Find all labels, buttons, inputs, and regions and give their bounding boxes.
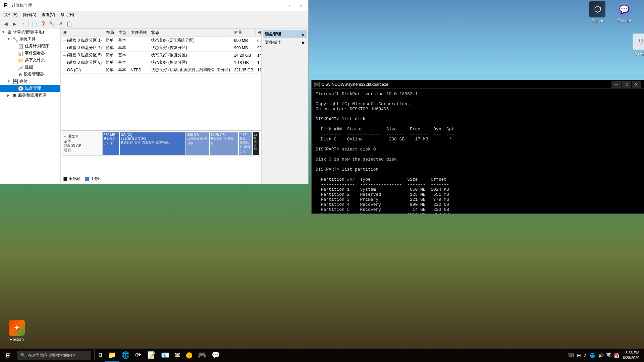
partition-os[interactable]: OS (C:) 221.35 GB NTFS 状态良好 (启动, 页面文件, 故…	[120, 132, 186, 155]
table-cell: ─(磁盘 0 磁盘分区 6)	[61, 59, 104, 66]
legend-primary: 主分区	[85, 176, 102, 181]
table-row[interactable]: ─(磁盘 0 磁盘分区 1)简单基本状态良好 (EFI 系统分区)650 MB6…	[61, 37, 262, 44]
taskbar-app-extra1[interactable]: 🎮	[195, 349, 209, 362]
diskpart-icon: ⬛	[314, 82, 320, 87]
tree-item-task-scheduler[interactable]: 📋 任务计划程序	[0, 43, 60, 50]
menu-view[interactable]: 查看(V)	[39, 11, 58, 19]
diskpart-maximize[interactable]: □	[622, 81, 631, 88]
tray-calendar[interactable]: 📅	[613, 352, 620, 359]
tree-item-shared-folders[interactable]: 📁 共享文件夹	[0, 57, 60, 64]
disk-size: 238.35 GB	[64, 144, 101, 148]
taskbar-app-extra2[interactable]: 💬	[209, 349, 223, 362]
tray-keyboard[interactable]: ⌨	[567, 352, 575, 359]
tray-volume[interactable]: 🔊	[597, 352, 604, 359]
partition-unallocated[interactable]: 16 M 未分配	[253, 132, 260, 155]
minimize-button[interactable]: ─	[276, 2, 285, 9]
tree-item-event-viewer[interactable]: 📊 事件查看器	[0, 50, 60, 57]
comp-mgmt-controls: ─ □ ✕	[276, 2, 306, 9]
actions-collapse-icon: ▲	[301, 32, 305, 37]
table-cell: 简单	[104, 66, 116, 74]
start-button[interactable]: ⊞	[0, 349, 16, 362]
tree-item-storage[interactable]: ▼ 💾 存储	[0, 78, 60, 85]
table-cell: 14.20 GB	[232, 52, 255, 59]
col-capacity[interactable]: 容量	[232, 29, 255, 37]
toolbar-refresh[interactable]: ↺	[56, 20, 64, 28]
tray-chevron[interactable]: ∧	[583, 352, 588, 359]
menu-file[interactable]: 文件(F)	[2, 11, 20, 19]
actions-header-text: 磁盘管理	[265, 31, 281, 37]
discord-icon: 💬	[616, 1, 632, 17]
taskbar-search[interactable]: 🔍 在这里输入你要搜索的内容	[17, 351, 91, 360]
taskbar-app-edge[interactable]: 🌐	[119, 349, 132, 362]
actions-header[interactable]: 磁盘管理 ▲	[263, 30, 307, 38]
tree-item-root[interactable]: ▼ 🖥 计算机管理(本地)	[0, 28, 60, 36]
table-row[interactable]: ─(磁盘 0 磁盘分区 6)简单基本状态良好 (恢复分区)1.18 GB1.18…	[61, 59, 262, 66]
taskbar-app-office[interactable]: 📝	[145, 349, 158, 362]
disk-label-text: 磁盘 0	[68, 134, 78, 139]
tray-time[interactable]: 5:33 PM 6/28/2020	[623, 350, 639, 361]
partition-recovery-3[interactable]: 1.18 GB 状态良好 (恢复分区...	[239, 132, 253, 155]
toolbar-back[interactable]: ◀	[2, 20, 10, 28]
table-row[interactable]: ─OS (C:)简单基本NTFS状态良好 (启动, 页面文件, 故障转储, 主分…	[61, 66, 262, 74]
table-cell: 简单	[104, 37, 116, 44]
wy-desktop-icon[interactable]: 🎙 WY语音	[627, 34, 644, 57]
table-row[interactable]: ─(磁盘 0 磁盘分区 4)简单基本状态良好 (恢复分区)990 MB990 M…	[61, 44, 262, 52]
toolbar-show-hide[interactable]: 📄	[30, 20, 38, 28]
restoro-desktop-icon[interactable]: ✦ Restoro	[3, 320, 30, 342]
disk-label: ─ 磁盘 0 基本 238.35 GB 联机	[62, 132, 102, 156]
toolbar-forward[interactable]: ▶	[10, 20, 18, 28]
tray-grid[interactable]: ⊞	[576, 352, 582, 359]
discord-desktop-icon[interactable]: 💬 Discord	[611, 1, 638, 23]
tree-item-system-tools[interactable]: ▼ 🔧 系统工具	[0, 36, 60, 43]
taskbar-taskview[interactable]: ⧉	[96, 349, 105, 362]
col-fs[interactable]: 文件系统	[128, 29, 149, 37]
taskbar-app-explorer[interactable]: 📁	[105, 349, 119, 362]
diskpart-body[interactable]: Microsoft DiskPart version 10.0.18362.1 …	[312, 89, 644, 214]
col-status[interactable]: 状态	[149, 29, 232, 37]
table-cell: ─(磁盘 0 磁盘分区 5)	[61, 52, 104, 59]
col-type[interactable]: 类型	[116, 29, 128, 37]
diskpart-minimize[interactable]: ─	[611, 81, 621, 88]
actions-more[interactable]: 更多操作 ▶	[263, 38, 307, 47]
menu-help[interactable]: 帮助(H)	[58, 11, 77, 19]
table-cell: 状态良好 (恢复分区)	[149, 59, 232, 66]
table-cell: 650 MB	[232, 37, 255, 44]
close-button[interactable]: ✕	[296, 2, 306, 9]
diskpart-title: C:\WINDOWS\system32\diskpart.exe	[322, 82, 611, 87]
taskbar-app-chrome[interactable]: ⬤	[183, 349, 195, 362]
maximize-button[interactable]: □	[286, 2, 296, 9]
taskbar-app-mail[interactable]: ✉	[172, 349, 183, 362]
clock-date: 6/28/2020	[623, 355, 639, 360]
table-cell: 221.35 GB	[232, 66, 255, 74]
table-cell: 650 MB	[255, 37, 261, 44]
comp-mgmt-titlebar: 🖥 计算机管理 ─ □ ✕	[0, 0, 308, 11]
toolbar-export[interactable]: 📋	[65, 20, 73, 28]
table-cell: 基本	[116, 44, 128, 52]
partition-efi[interactable]: 650 MB 状态良好 (EFI 系...	[103, 132, 120, 155]
tree-item-disk-mgmt[interactable]: 💽 磁盘管理	[0, 85, 60, 92]
toolbar-properties[interactable]: 🔧	[48, 20, 56, 28]
table-cell: 状态良好 (EFI 系统分区)	[149, 37, 232, 44]
col-layout[interactable]: 布局	[104, 29, 116, 37]
tree-item-device-mgr[interactable]: 🖱 设备管理器	[0, 71, 60, 78]
toolbar-up[interactable]: ↑	[19, 20, 27, 28]
col-vol[interactable]: 卷	[61, 29, 104, 37]
partition-recovery-1[interactable]: 990 MB 状态良好 (恢复分区...	[186, 132, 209, 155]
table-row[interactable]: ─(磁盘 0 磁盘分区 5)简单基本状态良好 (恢复分区)14.20 GB14.…	[61, 52, 262, 59]
tray-network[interactable]: 🌐	[589, 352, 596, 359]
table-cell: 基本	[116, 59, 128, 66]
table-cell: 990 MB	[232, 44, 255, 52]
diskpart-close[interactable]: ✕	[632, 81, 641, 88]
taskbar-app-outlook[interactable]: 📧	[158, 349, 172, 362]
table-cell	[128, 59, 149, 66]
partition-recovery-2[interactable]: 14.20 GB 状态良好 (恢复分区...	[210, 132, 239, 155]
tree-item-performance[interactable]: 📈 性能	[0, 64, 60, 71]
wy-label: WY语音	[633, 51, 644, 57]
menu-action[interactable]: 操作(A)	[20, 11, 39, 19]
col-free[interactable]: 可用空间	[255, 29, 261, 37]
tree-item-services[interactable]: ▶ ⚙ 服务和应用程序	[0, 92, 60, 99]
tray-lang[interactable]: 英	[606, 352, 612, 359]
toolbar-help[interactable]: ❓	[39, 20, 47, 28]
taskbar-app-store[interactable]: 🛍	[132, 349, 145, 362]
steam-desktop-icon[interactable]: ⬡ Steam	[584, 1, 611, 23]
